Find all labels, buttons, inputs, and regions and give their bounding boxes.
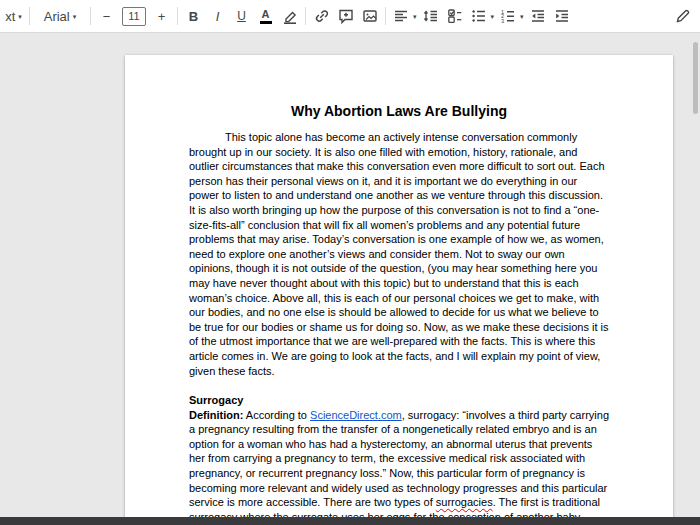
increase-indent-icon [553,7,571,25]
font-family-label: Arial [44,9,70,24]
font-family-dropdown[interactable]: Arial ▾ [34,4,86,28]
sciencedirect-link[interactable]: ScienceDirect.com [310,409,402,421]
definition-text: According to [243,409,310,421]
misspelled-word: surrogacies [436,496,493,508]
document-canvas: Why Abortion Laws Are Bullying This topi… [0,34,700,525]
intro-paragraph: This topic alone has become an actively … [189,130,609,378]
bottom-bar [0,517,700,525]
add-comment-button[interactable] [334,4,357,28]
toolbar-divider [29,7,30,25]
highlighter-icon [281,7,299,25]
definition-label: Definition: [189,409,243,421]
styles-dropdown-label: xt [5,9,15,24]
editing-mode-button[interactable] [671,4,694,28]
document-title: Why Abortion Laws Are Bullying [189,103,609,119]
highlight-color-button[interactable] [278,4,301,28]
chevron-down-icon: ▾ [491,13,495,20]
bulleted-list-dropdown[interactable]: ▾ [468,4,497,28]
toolbar-divider [305,7,306,25]
increase-indent-button[interactable] [551,4,574,28]
underline-button[interactable]: U [230,4,253,28]
numbered-list-dropdown[interactable]: 1 2 3 ▾ [497,4,526,28]
definition-text: , surrogacy: “involves a third party car… [189,409,609,509]
svg-text:3: 3 [501,18,504,24]
align-left-icon [392,7,410,25]
decrease-indent-icon [529,7,547,25]
chevron-down-icon: ▾ [73,13,77,20]
comment-icon [337,7,355,25]
definition-paragraph: Definition: According to ScienceDirect.c… [189,408,609,525]
increase-font-size-button[interactable]: + [150,4,173,28]
pencil-icon [674,7,692,25]
insert-link-button[interactable] [310,4,333,28]
italic-icon: I [216,9,220,24]
toolbar-divider [90,7,91,25]
bold-icon: B [189,9,198,24]
section-heading-surrogacy: Surrogacy [189,393,609,408]
plus-icon: + [158,9,166,24]
underline-icon: U [237,9,246,23]
checklist-button[interactable] [444,4,467,28]
formatting-toolbar: xt ▾ Arial ▾ − 11 + B I U A [0,0,700,33]
decrease-indent-button[interactable] [527,4,550,28]
styles-dropdown[interactable]: xt ▾ [2,4,25,28]
italic-button[interactable]: I [206,4,229,28]
insert-image-button[interactable] [358,4,381,28]
align-dropdown[interactable]: ▾ [390,4,419,28]
decrease-font-size-button[interactable]: − [95,4,118,28]
bulleted-list-icon [470,7,488,25]
text-color-icon: A [260,9,272,24]
numbered-list-icon: 1 2 3 [499,7,517,25]
chevron-down-icon: ▾ [520,13,524,20]
bold-button[interactable]: B [182,4,205,28]
chevron-down-icon: ▾ [413,13,417,20]
minus-icon: − [103,9,111,24]
toolbar-divider [177,7,178,25]
document-page[interactable]: Why Abortion Laws Are Bullying This topi… [125,55,673,525]
line-spacing-button[interactable] [420,4,443,28]
scrollbar-thumb[interactable] [693,42,698,114]
image-icon [361,7,379,25]
text-color-button[interactable]: A [254,4,277,28]
font-size-input[interactable]: 11 [122,7,146,26]
link-icon [313,7,331,25]
checklist-icon [446,7,464,25]
toolbar-divider [385,7,386,25]
chevron-down-icon: ▾ [18,13,22,20]
line-spacing-icon [422,7,440,25]
